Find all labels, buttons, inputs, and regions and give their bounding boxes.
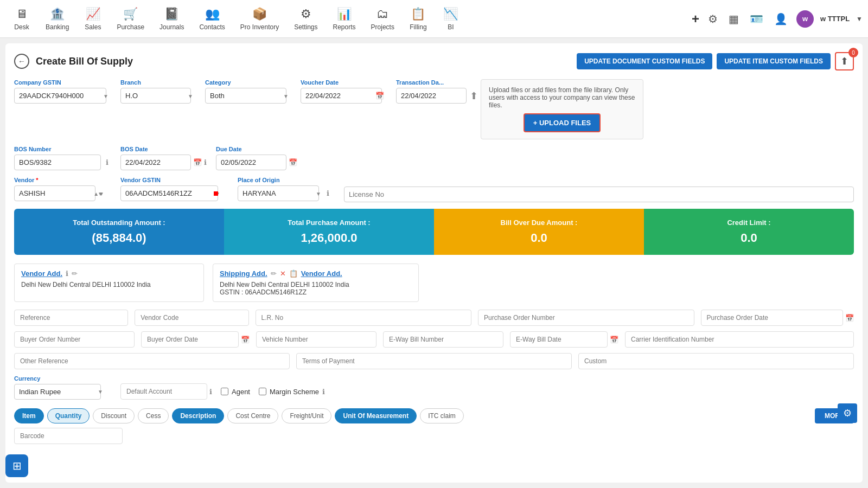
vendor-code-input[interactable] (135, 310, 248, 326)
agent-checkbox-label[interactable]: Agent (221, 388, 250, 396)
gear-fab-button[interactable]: ⚙ (838, 403, 857, 423)
lr-no-input[interactable] (256, 310, 472, 326)
license-no-input[interactable] (344, 187, 854, 202)
bos-date-wrapper: 📅 ℹ (120, 155, 207, 170)
vendor-gstin-select[interactable]: 06AADCM5146R1ZZ (120, 185, 218, 201)
company-gstin-select[interactable]: 29AADCK7940H000 (14, 88, 106, 104)
purchase-order-date-wrapper: 📅 (701, 310, 854, 326)
shipping-add-copy-icon[interactable]: 📋 (289, 269, 298, 278)
tab-cess[interactable]: Cess (138, 408, 169, 423)
place-of-origin-info-icon[interactable]: ℹ (327, 189, 329, 197)
category-label: Category (205, 79, 292, 86)
transaction-date-wrapper: ⬆ (396, 88, 472, 104)
tab-freight-unit[interactable]: Freight/Unit (282, 408, 331, 423)
nav-item-banking[interactable]: 🏦Banking (38, 3, 76, 35)
nav-item-contacts[interactable]: 👥Contacts (192, 3, 232, 35)
bos-number-info-icon[interactable]: ℹ (106, 158, 108, 166)
carrier-id-input[interactable] (625, 331, 854, 348)
tab-itc-claim[interactable]: ITC claim (420, 408, 464, 423)
nav-item-journals[interactable]: 📓Journals (152, 3, 192, 35)
grid-view-icon[interactable]: ▦ (726, 10, 741, 28)
tab-description[interactable]: Description (172, 408, 224, 423)
eway-bill-number-input[interactable] (383, 331, 503, 348)
transaction-date-input[interactable] (396, 88, 467, 104)
custom-input[interactable] (578, 353, 854, 369)
nav-item-bi[interactable]: 📉BI (435, 3, 467, 35)
shipping-add-link[interactable]: Shipping Add. (220, 269, 267, 278)
user-avatar[interactable]: w (796, 10, 814, 28)
voucher-date-input[interactable] (301, 88, 382, 104)
bos-date-calendar-icon[interactable]: 📅 (193, 158, 202, 166)
upload-arrow-icon[interactable]: ⬆ (470, 90, 478, 102)
nav-item-filling[interactable]: 📋Filling (402, 3, 435, 35)
vendor-gstin-wrapper: 06AADCM5146R1ZZ (120, 185, 229, 201)
buyer-order-number-input[interactable] (14, 331, 135, 348)
id-card-icon[interactable]: 🪪 (748, 10, 765, 28)
vendor-label: Vendor * (14, 177, 112, 183)
nav-item-desk[interactable]: 🖥Desk (5, 3, 38, 35)
grid-fab-button[interactable]: ⊞ (5, 454, 28, 477)
nav-items: 🖥Desk🏦Banking📈Sales🛒Purchase📓Journals👥Co… (5, 3, 692, 35)
default-account-input[interactable] (120, 383, 207, 400)
nav-item-pro-inventory[interactable]: 📦Pro Inventory (233, 3, 286, 35)
eway-bill-date-calendar-icon[interactable]: 📅 (610, 336, 618, 344)
tab-item[interactable]: Item (14, 408, 44, 423)
due-date-calendar-icon[interactable]: 📅 (289, 158, 297, 166)
shipping-add-delete-icon[interactable]: ✕ (280, 269, 286, 278)
vendor-address-block: Vendor Add. ℹ ✏ Delhi New Delhi Central … (14, 264, 204, 302)
place-of-origin-select[interactable]: HARYANA (238, 185, 319, 201)
bos-date-input[interactable] (120, 155, 191, 170)
margin-scheme-checkbox[interactable] (259, 388, 266, 395)
default-account-info-icon[interactable]: ℹ (209, 388, 212, 396)
vendor-add-link[interactable]: Vendor Add. (21, 269, 62, 278)
category-select[interactable]: Both (205, 88, 286, 104)
update-item-custom-fields-button[interactable]: UPDATE ITEM CUSTOM FIELDS (717, 53, 831, 69)
tab-quantity[interactable]: Quantity (47, 408, 90, 423)
tab-cost-centre[interactable]: Cost Centre (227, 408, 278, 423)
barcode-input[interactable] (14, 428, 123, 444)
nav-item-settings[interactable]: ⚙Settings (286, 3, 325, 35)
terms-of-payment-input[interactable] (296, 353, 572, 369)
margin-scheme-info-icon[interactable]: ℹ (322, 388, 325, 396)
back-button[interactable]: ← (14, 54, 29, 69)
company-chevron[interactable]: ▼ (856, 15, 863, 23)
vendor-add-info-icon[interactable]: ℹ (66, 269, 68, 278)
nav-item-sales[interactable]: 📈Sales (76, 3, 109, 35)
eway-bill-date-input[interactable] (510, 331, 608, 348)
vehicle-number-input[interactable] (256, 331, 376, 348)
shipping-vendor-add-link[interactable]: Vendor Add. (301, 269, 342, 278)
shipping-add-edit-icon[interactable]: ✏ (271, 269, 277, 278)
nav-item-purchase[interactable]: 🛒Purchase (109, 3, 152, 35)
buyer-order-date-input[interactable] (141, 331, 239, 348)
vendor-input[interactable] (14, 185, 95, 201)
purchase-order-date-input[interactable] (701, 310, 843, 326)
nav-item-reports[interactable]: 📊Reports (326, 3, 363, 35)
voucher-date-calendar-icon[interactable]: 📅 (375, 92, 384, 100)
nav-item-projects[interactable]: 🗂Projects (363, 3, 402, 35)
nav-label-settings: Settings (294, 23, 317, 31)
upload-files-button[interactable]: + UPLOAD FILES (524, 113, 601, 132)
add-icon[interactable]: + (692, 11, 699, 27)
transaction-date-group: Transaction Da... ⬆ (396, 79, 472, 104)
buyer-order-date-calendar-icon[interactable]: 📅 (241, 336, 250, 344)
agent-checkbox[interactable] (221, 388, 228, 395)
currency-select[interactable]: Indian Rupee (14, 384, 101, 400)
due-date-input[interactable] (216, 155, 286, 170)
settings-icon[interactable]: ⚙ (706, 10, 720, 28)
purchase-order-number-input[interactable] (478, 310, 694, 326)
vendor-gstin-group: Vendor GSTIN 06AADCM5146R1ZZ (120, 177, 229, 201)
purchase-order-date-calendar-icon[interactable]: 📅 (845, 314, 854, 322)
bos-number-input[interactable] (14, 155, 101, 170)
branch-select[interactable]: H.O (120, 88, 191, 104)
bos-date-info-icon[interactable]: ℹ (204, 158, 207, 166)
update-doc-custom-fields-button[interactable]: UPDATE DOCUMENT CUSTOM FIELDS (577, 53, 712, 69)
tab-uom[interactable]: Unit Of Measurement (335, 408, 417, 423)
tab-discount[interactable]: Discount (93, 408, 135, 423)
user-profile-icon[interactable]: 👤 (772, 10, 790, 28)
nav-icon-reports: 📊 (337, 7, 352, 21)
margin-scheme-checkbox-label[interactable]: Margin Scheme ℹ (259, 388, 325, 396)
reference-input[interactable] (14, 310, 128, 326)
vendor-add-edit-icon[interactable]: ✏ (72, 269, 78, 278)
card-value-outstanding: (85,884.0) (92, 231, 146, 245)
other-reference-input[interactable] (14, 353, 290, 369)
